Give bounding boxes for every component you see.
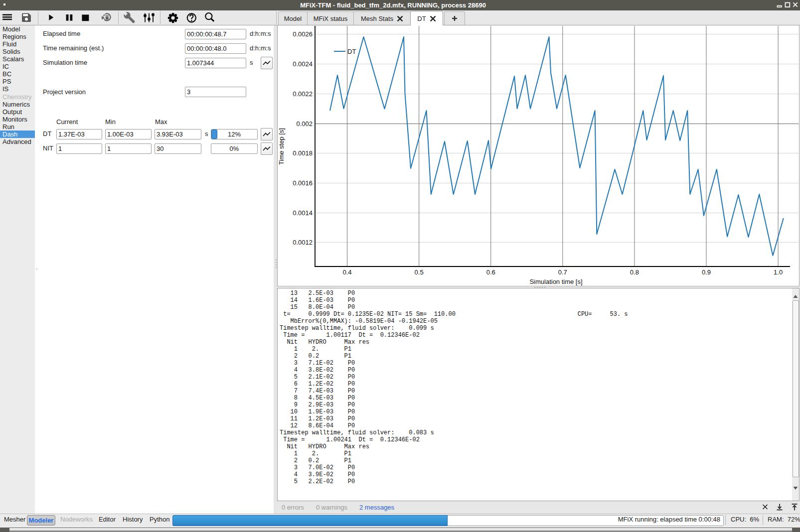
- svg-text:0.7: 0.7: [558, 268, 567, 276]
- svg-text:0.6: 0.6: [486, 268, 495, 276]
- svg-text:1.0: 1.0: [774, 268, 783, 276]
- svg-text:Simulation time [s]: Simulation time [s]: [529, 278, 582, 285]
- svg-text:0.0016: 0.0016: [293, 179, 313, 187]
- svg-text:0.0026: 0.0026: [293, 30, 313, 38]
- svg-text:Time step [s]: Time step [s]: [278, 128, 285, 165]
- svg-text:0.0024: 0.0024: [293, 60, 313, 68]
- svg-text:DT: DT: [347, 48, 356, 55]
- svg-text:0.0018: 0.0018: [293, 149, 313, 157]
- svg-text:0.5: 0.5: [415, 268, 424, 276]
- svg-text:0.0012: 0.0012: [293, 239, 313, 246]
- svg-text:0.8: 0.8: [630, 268, 639, 276]
- svg-text:0.0014: 0.0014: [293, 209, 313, 217]
- svg-text:0.0022: 0.0022: [293, 90, 313, 98]
- svg-text:0.002: 0.002: [296, 120, 313, 128]
- svg-text:0.4: 0.4: [342, 268, 351, 276]
- svg-text:0.9: 0.9: [702, 268, 711, 276]
